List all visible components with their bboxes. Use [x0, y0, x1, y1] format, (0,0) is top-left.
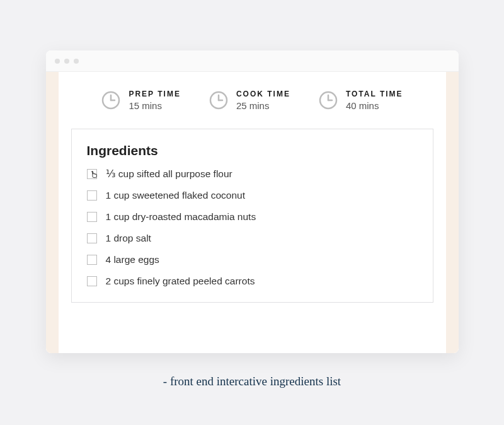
side-stripe-right — [446, 72, 459, 353]
ingredient-item: 2 cups finely grated peeled carrots — [87, 276, 418, 287]
window-control-dot[interactable] — [55, 59, 60, 64]
clock-icon — [209, 90, 229, 110]
ingredient-checkbox[interactable] — [87, 169, 97, 179]
ingredient-text: ⅓ cup sifted all purpose flour — [106, 168, 232, 180]
prep-time-label: PREP TIME — [129, 90, 180, 98]
ingredient-checkbox[interactable] — [87, 233, 97, 243]
side-stripe-left — [46, 72, 59, 353]
browser-window: PREP TIME 15 mins COOK TIME 25 mins — [46, 50, 459, 353]
clock-icon — [318, 90, 338, 110]
cook-time-label: COOK TIME — [236, 90, 290, 98]
ingredient-item: 4 large eggs — [87, 254, 418, 265]
ingredient-item: ⅓ cup sifted all purpose flour — [87, 168, 418, 180]
total-time-label: TOTAL TIME — [346, 90, 403, 98]
ingredient-text: 4 large eggs — [106, 254, 159, 265]
ingredient-item: 1 cup dry-roasted macadamia nuts — [87, 211, 418, 223]
caption-text: - front end intercative ingredients list — [163, 375, 341, 388]
ingredient-checkbox[interactable] — [87, 190, 97, 201]
ingredient-item: 1 cup sweetened flaked coconut — [87, 190, 418, 201]
cook-time-block: COOK TIME 25 mins — [209, 90, 290, 111]
prep-time-value: 15 mins — [129, 100, 180, 111]
browser-content: PREP TIME 15 mins COOK TIME 25 mins — [46, 72, 459, 353]
ingredient-text: 1 cup dry-roasted macadamia nuts — [106, 211, 256, 223]
window-control-dot[interactable] — [74, 59, 79, 64]
total-time-block: TOTAL TIME 40 mins — [318, 90, 403, 111]
ingredient-checkbox[interactable] — [87, 276, 97, 286]
total-time-value: 40 mins — [346, 100, 403, 111]
content-inner: PREP TIME 15 mins COOK TIME 25 mins — [59, 72, 446, 353]
ingredient-text: 2 cups finely grated peeled carrots — [106, 276, 255, 287]
browser-titlebar — [46, 50, 459, 72]
ingredient-text: 1 drop salt — [106, 233, 151, 244]
ingredients-panel: Ingredients ⅓ cup sifted all purpose flo… — [71, 129, 433, 303]
ingredient-text: 1 cup sweetened flaked coconut — [106, 190, 245, 201]
recipe-times-row: PREP TIME 15 mins COOK TIME 25 mins — [71, 90, 433, 111]
ingredient-checkbox[interactable] — [87, 212, 97, 222]
cook-time-value: 25 mins — [236, 100, 290, 111]
ingredient-checkbox[interactable] — [87, 255, 97, 265]
clock-icon — [101, 90, 121, 110]
prep-time-block: PREP TIME 15 mins — [101, 90, 180, 111]
ingredients-heading: Ingredients — [87, 143, 418, 158]
window-control-dot[interactable] — [64, 59, 69, 64]
ingredient-item: 1 drop salt — [87, 233, 418, 244]
